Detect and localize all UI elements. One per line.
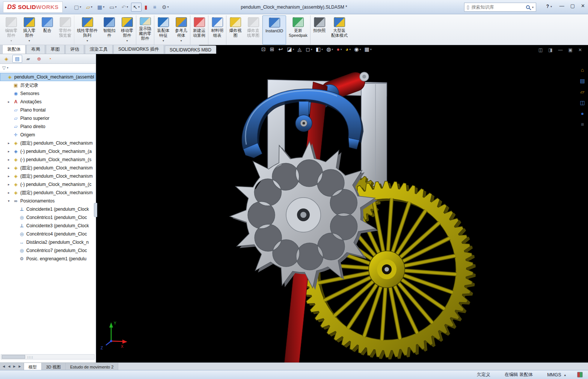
anchor-escapement[interactable] — [242, 89, 363, 158]
dropdown-arrow-icon[interactable]: ▾ — [138, 5, 140, 9]
move-component-button[interactable]: 移动零 部件 ▾ — [118, 15, 136, 45]
panel-collapse-handle[interactable] — [94, 203, 97, 217]
edit-appearance-icon[interactable]: ● ▾ — [336, 46, 342, 52]
menu-expander-icon[interactable]: ▸ — [65, 5, 67, 9]
dropdown-arrow-icon[interactable]: ▾ — [311, 48, 312, 51]
expander-icon[interactable]: ▸ — [8, 191, 13, 195]
dropdown-arrow-icon[interactable]: ▾ — [370, 48, 372, 51]
motion-tab[interactable]: 模型 — [24, 363, 42, 370]
zoom-area-icon[interactable]: ⊞ — [270, 46, 275, 52]
explode-line-sketch-button[interactable]: 爆炸直 线草图 — [244, 15, 262, 45]
help-button[interactable]: ? ▾ — [546, 4, 552, 9]
tree-item[interactable]: ▸ ◈ (固定) pendulum_Clock_mechanism — [0, 189, 96, 197]
last-tab-button[interactable]: ▶ — [17, 364, 22, 369]
camera-icon[interactable]: ▦ ▾ — [365, 46, 372, 52]
command-tab[interactable]: 布局 — [26, 44, 45, 54]
tree-item[interactable]: ▸ A Anotações — [0, 98, 96, 106]
command-tab[interactable]: 装配体 — [2, 44, 26, 54]
dropdown-arrow-icon[interactable]: ▾ — [91, 5, 92, 9]
3d-viewport[interactable]: Y X Z — [96, 45, 588, 362]
motion-tab[interactable]: 3D 视图 — [42, 363, 66, 370]
zoom-to-fit-icon[interactable]: ⊡ — [261, 46, 267, 52]
reference-geometry-button[interactable]: 参考几 何体 ▾ — [172, 15, 190, 45]
quick-tip-icon[interactable] — [577, 372, 583, 377]
pane-split-left-icon[interactable]: ◫ — [538, 47, 543, 53]
tree-item[interactable]: ▸ ◈ (-) pendulum_Clock_mechanism_(a — [0, 147, 96, 156]
tree-item[interactable]: ▱ Plano direito — [0, 122, 96, 131]
tree-item[interactable]: ◈ pendulum_Clock_mechanism_(assembl — [0, 73, 96, 81]
dropdown-arrow-icon[interactable]: ▾ — [11, 38, 12, 43]
search-input[interactable] — [472, 5, 524, 10]
new-motion-study-button[interactable]: 新建运 动算例 — [190, 15, 208, 45]
expander-icon[interactable]: ▸ — [8, 183, 13, 186]
qat-button[interactable]: ▱ ▾ — [84, 3, 94, 12]
command-tab[interactable]: 渲染工具 — [85, 44, 113, 54]
tree-item[interactable]: ⊥ Coincidente1 (pendulum_Clock — [0, 205, 96, 213]
show-hidden-components-button[interactable]: 显示隐 藏的零 部件 — [136, 15, 154, 45]
featuremanager-tree-tab[interactable]: ◈ — [2, 55, 11, 63]
expander-icon[interactable]: ▸ — [8, 100, 13, 104]
view-orientation-icon[interactable]: ◻ ▾ — [306, 46, 312, 52]
expander-icon[interactable]: ▾ — [8, 199, 13, 203]
dropdown-arrow-icon[interactable]: ▾ — [167, 5, 169, 9]
dropdown-arrow-icon[interactable]: ▾ — [360, 48, 361, 51]
insert-component-button[interactable]: 插入零 部件 ▾ — [20, 15, 38, 45]
dropdown-arrow-icon[interactable]: ▾ — [349, 48, 351, 51]
dropdown-arrow-icon[interactable]: ▾ — [163, 38, 164, 43]
tree-item[interactable]: ◎ Concêntrico4 (pendulum_Cloc — [0, 230, 96, 238]
smart-fasteners-button[interactable]: 智能扣 件 — [100, 15, 118, 45]
maximize-button[interactable]: ▢ — [570, 3, 575, 9]
graphics-area[interactable]: Y X Z ⊡ ⊞ — [96, 45, 588, 362]
units-dropdown-icon[interactable]: ▴ — [564, 373, 566, 377]
previous-tab-button[interactable]: ◀ — [7, 364, 11, 369]
dynamic-annotation-icon[interactable]: ◬ — [297, 46, 302, 52]
tree-item[interactable]: ▱ Plano superior — [0, 114, 96, 122]
design-library-icon[interactable]: ▤ — [580, 78, 585, 84]
help-dropdown-icon[interactable]: ▾ — [550, 5, 552, 8]
view-settings-icon[interactable]: ◉ ▾ — [354, 46, 361, 52]
custom-properties-icon[interactable]: ≡ — [581, 121, 584, 127]
dropdown-arrow-icon[interactable]: ▾ — [29, 38, 30, 43]
tree-item[interactable]: ⚙ Posic. engrenagem1 (pendulu — [0, 255, 96, 263]
minimize-button[interactable]: — — [559, 3, 564, 9]
tree-item[interactable]: ✛ Origem — [0, 131, 96, 139]
qat-button[interactable]: ↖ ▾ — [131, 3, 142, 12]
command-tab[interactable]: SOLIDWORKS MBD — [165, 45, 216, 54]
command-tab[interactable]: 草图 — [46, 44, 65, 54]
qat-button[interactable]: ▦ ▾ — [95, 3, 106, 12]
section-view-icon[interactable]: ◪ ▾ — [287, 46, 294, 52]
dropdown-arrow-icon[interactable]: ▾ — [103, 5, 104, 9]
dropdown-arrow-icon[interactable]: ▾ — [332, 48, 333, 51]
view-palette-icon[interactable]: ◫ — [580, 100, 585, 106]
dropdown-arrow-icon[interactable]: ▾ — [126, 38, 128, 43]
large-assembly-mode-button[interactable]: 大型装 配体模式 — [329, 15, 350, 45]
panel-horizontal-scrollbar[interactable]: |||| — [1, 354, 95, 359]
close-button[interactable]: ✕ — [581, 3, 585, 9]
tree-item[interactable]: ⊥ Coincidente3 (pendulum_Clock — [0, 222, 96, 230]
dropdown-arrow-icon[interactable]: ▾ — [127, 5, 128, 9]
tree-item[interactable]: ◎ Concêntrico1 (pendulum_Cloc — [0, 213, 96, 222]
expander-icon[interactable]: ▸ — [8, 141, 13, 145]
tree-item[interactable]: ◎ Concêntrico7 (pendulum_Cloc — [0, 246, 96, 255]
display-style-icon[interactable]: ◧ ▾ — [316, 46, 323, 52]
minimize-document-icon[interactable]: — — [558, 47, 563, 53]
tree-item[interactable]: ▸ ◈ (-) pendulum_Clock_mechanism_(c — [0, 180, 96, 189]
apply-scene-icon[interactable]: ◕ ▾ — [345, 46, 351, 52]
dropdown-arrow-icon[interactable]: ▾ — [341, 48, 342, 51]
tree-item[interactable]: ▸ ◈ (-) pendulum_Clock_mechanism_(s — [0, 156, 96, 164]
instant3d-button[interactable]: Instant3D — [262, 15, 286, 45]
linear-component-pattern-button[interactable]: 线性零部件 阵列 ▾ — [74, 15, 100, 45]
qat-button[interactable]: ↶ ▾ — [120, 3, 130, 12]
expander-icon[interactable]: ▸ — [8, 166, 13, 170]
next-tab-button[interactable]: ▶ — [12, 364, 17, 369]
qat-button[interactable]: ▮ — [143, 3, 150, 12]
appearances-icon[interactable]: ● — [581, 110, 584, 116]
dropdown-arrow-icon[interactable]: ▾ — [292, 48, 294, 51]
tree-item[interactable]: ▸ ◈ (固定) pendulum_Clock_mechanism — [0, 164, 96, 172]
take-snapshot-button[interactable]: 拍快照 — [311, 15, 329, 45]
search-dropdown-icon[interactable]: ▾ — [532, 6, 534, 9]
dropdown-arrow-icon[interactable]: ▾ — [115, 5, 117, 9]
exploded-view-button[interactable]: 爆炸视 图 — [226, 15, 244, 45]
component-preview-button[interactable]: 零部件 预览窗 — [56, 15, 74, 45]
expander-icon[interactable]: ▸ — [8, 174, 13, 178]
